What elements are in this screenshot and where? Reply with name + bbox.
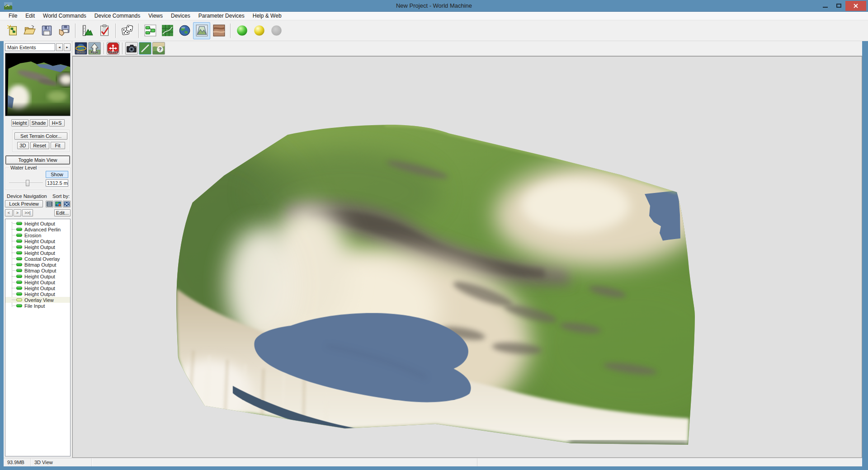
toggle-main-view-button[interactable]: Toggle Main View bbox=[6, 156, 70, 164]
sort-by-label: Sort by: bbox=[52, 193, 70, 199]
close-button[interactable] bbox=[845, 1, 866, 11]
terrain-3d-render[interactable] bbox=[73, 56, 862, 457]
camera-reset-button[interactable]: Reset bbox=[30, 142, 49, 149]
texture-view-button[interactable] bbox=[210, 22, 227, 39]
preview-mode-buttons: HeightShadeH+S bbox=[5, 119, 71, 127]
prev-device-button[interactable]: < bbox=[5, 209, 13, 216]
viewport-3d[interactable] bbox=[72, 56, 862, 458]
menu-item-device-commands[interactable]: Device Commands bbox=[90, 12, 144, 20]
device-item-height-output[interactable]: Height Output bbox=[5, 221, 70, 226]
device-item-height-output[interactable]: Height Output bbox=[5, 291, 70, 297]
reset-camera-button[interactable]: Reset bbox=[107, 42, 119, 55]
save-world-button[interactable] bbox=[38, 22, 55, 39]
preview-mode-shade-button[interactable]: Shade bbox=[30, 119, 48, 127]
tree-branch bbox=[12, 282, 16, 282]
terrain-preview[interactable] bbox=[5, 53, 71, 116]
screenshot-camera-button[interactable] bbox=[125, 42, 138, 55]
device-item-label: Erosion bbox=[24, 233, 41, 238]
overlay-query-button[interactable]: ? bbox=[152, 42, 165, 55]
build-green-sphere-button[interactable] bbox=[233, 22, 250, 39]
device-nav-buttons: <>>>|Edit... bbox=[5, 209, 71, 216]
camera-3d-button[interactable]: 3D bbox=[17, 142, 29, 149]
device-item-bitmap-output[interactable]: Bitmap Output bbox=[5, 262, 70, 268]
titlebar: New Project - World Machine bbox=[0, 0, 868, 12]
orbit-camera-button[interactable]: Orbit bbox=[75, 42, 87, 55]
explorer-view-button[interactable] bbox=[176, 22, 193, 39]
device-port-icon bbox=[16, 269, 22, 272]
project-settings-button[interactable] bbox=[78, 22, 95, 39]
reset-camera-label: Reset bbox=[107, 50, 119, 54]
view-3d-icon bbox=[196, 24, 208, 37]
water-level-slider[interactable] bbox=[8, 180, 44, 186]
device-port-icon bbox=[16, 228, 22, 231]
device-item-height-output[interactable]: Height Output bbox=[5, 285, 70, 291]
extents-next-button[interactable]: ► bbox=[64, 43, 71, 51]
device-item-label: Height Output bbox=[24, 244, 55, 250]
camera-fit-button[interactable]: Fit bbox=[51, 142, 65, 149]
explorer-view-icon bbox=[179, 24, 191, 37]
random-seed-icon bbox=[121, 24, 133, 37]
menu-item-devices[interactable]: Devices bbox=[167, 12, 194, 20]
export-terrain-button[interactable] bbox=[55, 22, 72, 39]
device-port-icon bbox=[16, 304, 22, 307]
device-item-file-input[interactable]: File Input bbox=[5, 303, 70, 309]
device-item-overlay-view[interactable]: Overlay View bbox=[5, 297, 70, 303]
sidebar: Main Extents ◄ ► bbox=[4, 41, 72, 458]
water-show-button[interactable]: Show bbox=[46, 171, 68, 178]
device-item-erosion[interactable]: Erosion bbox=[5, 232, 70, 238]
device-port-icon bbox=[16, 240, 22, 243]
network-sort-button[interactable] bbox=[63, 201, 71, 207]
device-item-coastal-overlay[interactable]: Coastal Overlay bbox=[5, 256, 70, 262]
water-level-group: Water Level Show 1312.5 m bbox=[5, 168, 71, 190]
slope-line-display-button[interactable] bbox=[139, 42, 151, 55]
device-item-height-output[interactable]: Height Output bbox=[5, 244, 70, 250]
open-world-button[interactable] bbox=[21, 22, 38, 39]
build-yellow-sphere-button[interactable] bbox=[250, 22, 268, 39]
terrain-preview-image bbox=[5, 53, 70, 116]
device-item-height-output[interactable]: Height Output bbox=[5, 250, 70, 256]
device-item-label: File Input bbox=[24, 303, 45, 309]
device-item-height-output[interactable]: Height Output bbox=[5, 273, 70, 279]
menu-item-help-web[interactable]: Help & Web bbox=[249, 12, 286, 20]
tree-branch bbox=[12, 264, 16, 265]
type-sort-button[interactable] bbox=[54, 201, 62, 207]
set-terrain-color-button[interactable]: Set Terrain Color... bbox=[14, 132, 67, 140]
edit-device-button[interactable]: Edit... bbox=[54, 209, 71, 216]
water-level-value[interactable]: 1312.5 m bbox=[46, 179, 68, 187]
toolbar-separator bbox=[75, 24, 75, 38]
toolbar-separator bbox=[230, 24, 231, 38]
free-camera-button[interactable]: Free bbox=[88, 42, 101, 55]
device-item-bitmap-output[interactable]: Bitmap Output bbox=[5, 268, 70, 273]
preferences-button[interactable] bbox=[95, 22, 113, 39]
texture-view-icon bbox=[213, 24, 225, 37]
menu-item-edit[interactable]: Edit bbox=[21, 12, 39, 20]
memory-usage: 93.9MB bbox=[4, 458, 31, 466]
preview-mode-h-s-button[interactable]: H+S bbox=[49, 119, 65, 127]
device-item-height-output[interactable]: Height Output bbox=[5, 238, 70, 244]
build-gray-sphere-button[interactable] bbox=[268, 22, 285, 39]
random-seed-button[interactable] bbox=[118, 22, 136, 39]
device-workview-icon bbox=[144, 24, 156, 37]
slider-thumb[interactable] bbox=[26, 180, 29, 186]
new-world-button[interactable] bbox=[4, 22, 21, 39]
device-workview-button[interactable] bbox=[142, 22, 159, 39]
device-item-height-output[interactable]: Height Output bbox=[5, 279, 70, 285]
menu-item-world-commands[interactable]: World Commands bbox=[39, 12, 90, 20]
menu-item-views[interactable]: Views bbox=[144, 12, 167, 20]
minimize-button[interactable] bbox=[818, 1, 832, 11]
view-3d-button[interactable] bbox=[193, 22, 210, 39]
maximize-button[interactable] bbox=[832, 1, 845, 11]
list-sort-button[interactable] bbox=[46, 201, 53, 207]
next-device-button[interactable]: > bbox=[14, 209, 21, 216]
device-port-icon bbox=[16, 263, 22, 266]
last-device-button[interactable]: >>| bbox=[22, 209, 33, 216]
preview-mode-height-button[interactable]: Height bbox=[11, 119, 28, 127]
menu-item-file[interactable]: File bbox=[5, 12, 21, 20]
extents-prev-button[interactable]: ◄ bbox=[56, 43, 63, 51]
extents-selector[interactable]: Main Extents bbox=[5, 43, 55, 51]
device-item-advanced-perlin[interactable]: Advanced Perlin bbox=[5, 226, 70, 232]
layout-view-button[interactable] bbox=[159, 22, 176, 39]
lock-preview-button[interactable]: Lock Preview bbox=[5, 200, 43, 207]
device-port-icon bbox=[16, 287, 22, 290]
menu-item-parameter-devices[interactable]: Parameter Devices bbox=[194, 12, 249, 20]
